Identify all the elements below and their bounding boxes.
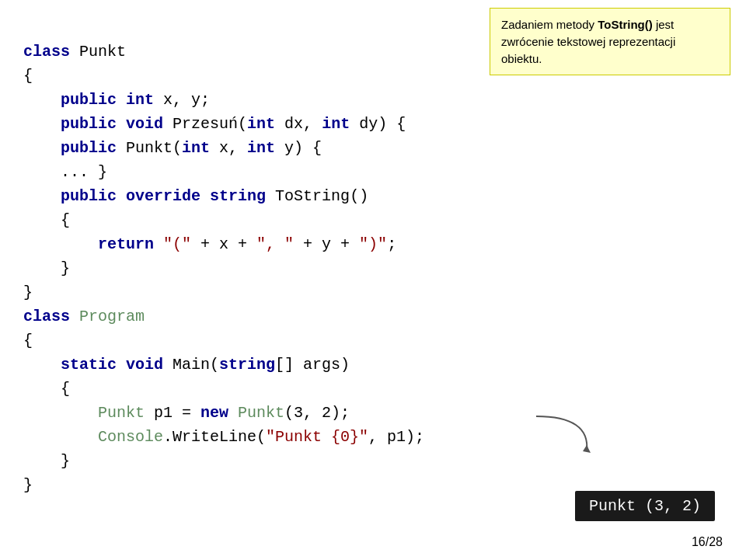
page-number: 16/28: [692, 535, 723, 549]
console-output-text: Punkt (3, 2): [589, 497, 701, 515]
console-output-box: Punkt (3, 2): [575, 491, 715, 521]
svg-marker-0: [583, 445, 591, 453]
tooltip-text-before: Zadaniem metody: [501, 18, 598, 31]
tooltip-box: Zadaniem metody ToString() jest zwróceni…: [490, 8, 730, 75]
tooltip-method-name: ToString(): [598, 18, 653, 31]
arrow-svg: [528, 412, 598, 459]
code-area: class Punkt { public int x, y; public vo…: [0, 0, 746, 560]
